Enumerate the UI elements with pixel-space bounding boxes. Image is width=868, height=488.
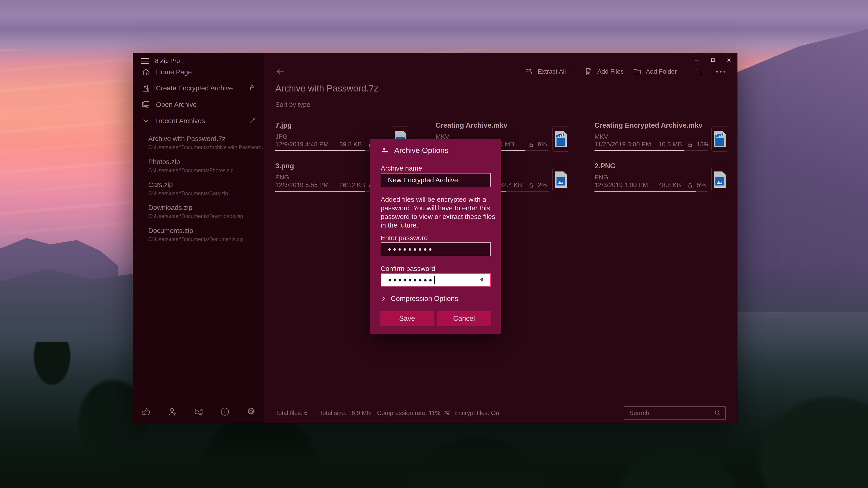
dialog-title: Archive Options <box>394 146 448 155</box>
search-input[interactable] <box>624 410 714 417</box>
file-date: 11/25/2019 3:00 PM <box>594 141 651 148</box>
file-type: PNG <box>275 174 289 181</box>
archive-name-label: Archive name <box>381 164 422 172</box>
password-dots: ●●●●●●●●● <box>388 246 434 252</box>
file-size: 62.4 KB <box>500 182 522 189</box>
status-total-size: Total size: 16.9 MB <box>319 410 371 417</box>
archive-path: C:\Users\user\Documents\Cats.zip <box>148 191 264 197</box>
archive-name-input[interactable] <box>381 173 491 187</box>
command-bar: Extract All Add Files Add Folder <box>525 65 728 78</box>
back-button[interactable] <box>275 66 286 77</box>
compression-percent: 6% <box>538 141 547 148</box>
archive-name: Archive with Password.7z <box>148 135 264 142</box>
sidebar-item-home[interactable]: Home Page <box>133 65 264 79</box>
status-compression-rate: Compression rate: 11% <box>377 410 440 417</box>
status-encrypt-files: Encrypt files: On <box>454 410 499 417</box>
lock-icon <box>687 141 693 148</box>
chevron-down-icon <box>141 116 151 126</box>
dialog-header: Archive Options <box>381 146 448 155</box>
file-thumbnail <box>711 167 728 192</box>
compression-percent: 5% <box>697 182 706 189</box>
file-size: 262.2 KB <box>339 182 365 189</box>
video-file-icon <box>555 131 567 147</box>
more-options-button[interactable] <box>713 71 728 72</box>
add-files-label: Add Files <box>597 68 624 75</box>
progress-fill <box>594 191 696 192</box>
lock-icon <box>248 84 256 93</box>
extract-all-button[interactable]: Extract All <box>525 67 566 76</box>
archive-name: Documents.zip <box>148 227 264 234</box>
multiselect-icon <box>695 67 704 76</box>
recent-archive-item[interactable]: Downloads.zip C:\Users\user\Documents\Do… <box>133 204 264 219</box>
file-type: MKV <box>594 133 608 140</box>
recent-archive-item[interactable]: Photos.zip C:\Users\user\Documents\Photo… <box>133 158 264 173</box>
sidebar-item-create-encrypted[interactable]: Create Encrypted Archive <box>133 81 264 95</box>
hamburger-menu-icon[interactable] <box>141 58 149 64</box>
lock-icon <box>687 182 693 189</box>
file-thumbnail <box>553 167 569 192</box>
progress-fill <box>594 150 684 151</box>
sliders-icon <box>381 146 389 155</box>
archive-options-dialog: Archive Options Archive name Added files… <box>370 139 501 334</box>
file-size: 48.8 KB <box>658 182 681 189</box>
sidebar-item-label: Create Encrypted Archive <box>156 84 233 92</box>
sidebar-item-label: Open Archive <box>156 101 197 108</box>
add-folder-button[interactable]: Add Folder <box>633 67 677 76</box>
clear-recent-broom-icon[interactable] <box>248 116 256 125</box>
add-folder-icon <box>633 67 642 76</box>
sidebar-item-label: Recent Archives <box>156 117 205 125</box>
save-button[interactable]: Save <box>380 311 434 326</box>
extract-all-label: Extract All <box>538 68 566 75</box>
enter-password-input[interactable]: ●●●●●●●●● <box>381 242 491 256</box>
sliders-icon <box>443 409 451 417</box>
search-box[interactable] <box>624 406 725 420</box>
file-type: JPG <box>275 133 287 140</box>
recent-archive-item[interactable]: Archive with Password.7z C:\Users\user\D… <box>133 135 264 151</box>
video-file-icon <box>714 131 725 147</box>
add-files-icon <box>584 67 593 76</box>
document-lock-icon <box>141 84 151 93</box>
minimize-icon <box>694 57 700 63</box>
recent-archive-item[interactable]: Cats.zip C:\Users\user\Documents\Cats.zi… <box>133 181 264 197</box>
file-date: 12/9/2019 4:48 PM <box>275 141 329 148</box>
page-title: Archive with Password.7z <box>275 84 378 94</box>
file-size: 39.8 KB <box>339 141 362 148</box>
recent-archive-item[interactable]: Documents.zip C:\Users\user\Documents\Do… <box>133 227 264 242</box>
password-dots: ●●●●●●●●● <box>388 277 434 283</box>
add-folder-label: Add Folder <box>646 68 677 75</box>
enter-password-label: Enter password <box>381 234 428 242</box>
confirm-password-input[interactable]: ●●●●●●●●● <box>381 273 491 287</box>
add-files-button[interactable]: Add Files <box>584 67 624 76</box>
file-tile[interactable]: Creating Encrypted Archive.mkv MKV 11/25… <box>594 121 737 158</box>
select-items-button[interactable] <box>695 67 704 76</box>
status-total-files: Total files: 6 <box>275 410 308 417</box>
progress-fill <box>275 150 365 151</box>
sidebar-item-recent-archives[interactable]: Recent Archives <box>133 114 264 128</box>
archive-path: C:\Users\user\Documents\Downloads.zip <box>148 213 264 219</box>
cancel-button[interactable]: Cancel <box>437 311 491 326</box>
progress-track <box>594 191 708 192</box>
text-caret <box>434 276 435 284</box>
file-size: 10.3 MB <box>658 141 682 148</box>
archive-name: Downloads.zip <box>148 204 264 212</box>
sort-by-dropdown[interactable]: Sort by type <box>275 101 310 108</box>
extract-all-icon <box>525 67 534 76</box>
progress-fill <box>275 191 365 192</box>
home-icon <box>141 67 151 77</box>
progress-track <box>594 150 708 151</box>
file-type: PNG <box>594 174 608 181</box>
lock-icon <box>528 182 535 189</box>
compression-percent: 13% <box>697 141 709 148</box>
compression-options-expander[interactable]: Compression Options <box>380 295 458 303</box>
file-thumbnail <box>553 126 569 152</box>
maximize-icon <box>710 57 716 63</box>
image-file-icon <box>714 171 725 188</box>
sidebar-item-open-archive[interactable]: Open Archive <box>133 98 264 111</box>
reveal-password-icon[interactable] <box>478 276 486 284</box>
compression-percent: 2% <box>538 182 547 189</box>
file-tile[interactable]: 2.PNG PNG 12/3/2019 1:00 PM48.8 KB5% <box>594 162 737 198</box>
toolbar-separator <box>686 66 686 77</box>
status-bar: Total files: 6 Total size: 16.9 MB Compr… <box>133 403 737 423</box>
encryption-description: Added files will be encrypted with a pas… <box>381 195 496 230</box>
file-size: 4 MB <box>500 141 514 148</box>
